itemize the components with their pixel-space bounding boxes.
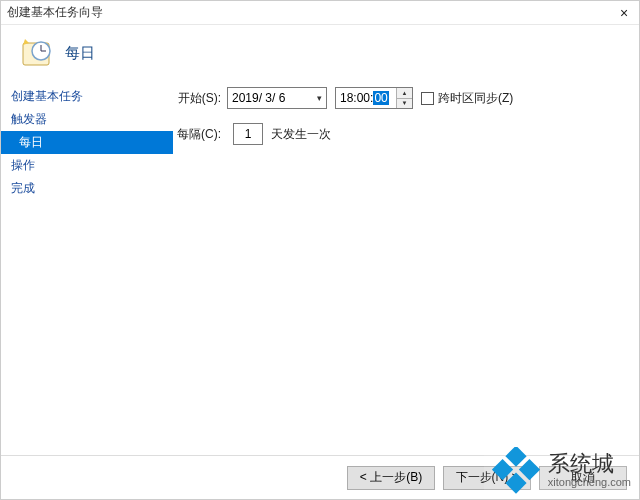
page-title: 每日 (65, 44, 95, 63)
next-button[interactable]: 下一步(N) > (443, 466, 531, 490)
wizard-footer: < 上一步(B) 下一步(N) > 取消 (1, 455, 639, 499)
interval-value: 1 (245, 127, 252, 141)
wizard-body: 创建基本任务 触发器 每日 操作 完成 开始(S): 2019/ 3/ 6 ▾ … (1, 85, 639, 455)
sidebar-item-trigger[interactable]: 触发器 (1, 108, 173, 131)
sidebar-item-create-task[interactable]: 创建基本任务 (1, 85, 173, 108)
spinner-down-icon[interactable]: ▼ (397, 99, 412, 109)
wizard-header: 每日 (1, 25, 639, 85)
start-date-picker[interactable]: 2019/ 3/ 6 ▾ (227, 87, 327, 109)
start-label: 开始(S): (173, 90, 221, 107)
wizard-window: 创建基本任务向导 × 每日 创建基本任务 触发器 每日 操作 完成 开始(S): (0, 0, 640, 500)
back-button[interactable]: < 上一步(B) (347, 466, 435, 490)
spinner-up-icon[interactable]: ▲ (397, 88, 412, 99)
start-time-spinner[interactable]: 18:00:00 ▲ ▼ (335, 87, 413, 109)
interval-row: 每隔(C): 1 天发生一次 (173, 123, 639, 145)
chevron-down-icon: ▾ (317, 93, 322, 103)
sync-timezone-label: 跨时区同步(Z) (438, 90, 513, 107)
time-spinner-buttons[interactable]: ▲ ▼ (396, 88, 412, 108)
interval-suffix: 天发生一次 (271, 126, 331, 143)
titlebar: 创建基本任务向导 × (1, 1, 639, 25)
close-button[interactable]: × (615, 5, 633, 21)
clock-icon (21, 37, 53, 69)
sidebar-item-daily[interactable]: 每日 (1, 131, 173, 154)
cancel-button[interactable]: 取消 (539, 466, 627, 490)
window-title: 创建基本任务向导 (7, 4, 615, 21)
sidebar-item-action[interactable]: 操作 (1, 154, 173, 177)
time-seconds-selected: 00 (373, 91, 388, 105)
start-date-value: 2019/ 3/ 6 (232, 91, 285, 105)
content-pane: 开始(S): 2019/ 3/ 6 ▾ 18:00:00 ▲ ▼ 跨时区同步(Z… (173, 85, 639, 455)
interval-input[interactable]: 1 (233, 123, 263, 145)
time-prefix: 18:00: (340, 91, 373, 105)
sidebar: 创建基本任务 触发器 每日 操作 完成 (1, 85, 173, 455)
interval-label: 每隔(C): (173, 126, 221, 143)
start-row: 开始(S): 2019/ 3/ 6 ▾ 18:00:00 ▲ ▼ 跨时区同步(Z… (173, 87, 639, 109)
sync-timezone-checkbox[interactable] (421, 92, 434, 105)
sidebar-item-finish[interactable]: 完成 (1, 177, 173, 200)
